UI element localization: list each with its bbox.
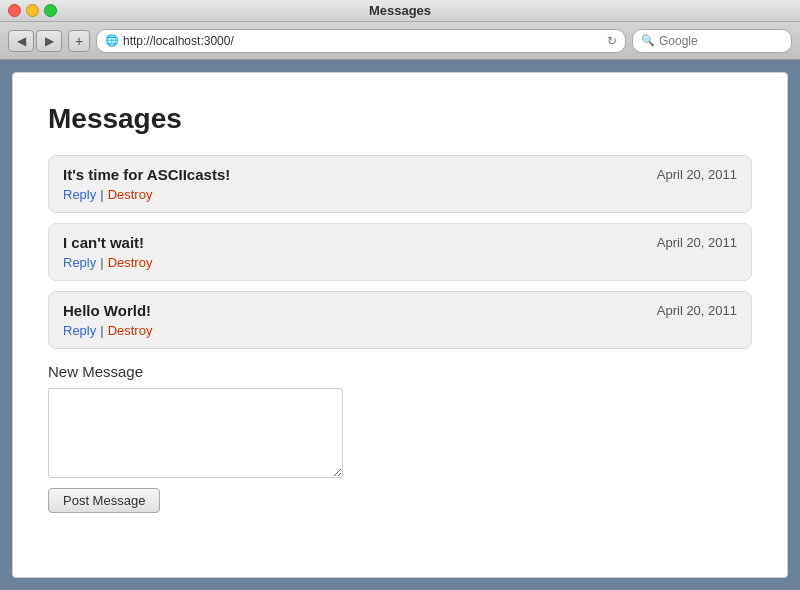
address-bar-container: 🌐 ↻ [96,29,626,53]
message-actions: Reply | Destroy [63,255,737,270]
forward-button[interactable]: ▶ [36,30,62,52]
destroy-link[interactable]: Destroy [108,323,153,338]
message-body: It's time for ASCIIcasts! [63,166,230,183]
action-separator: | [100,323,103,338]
close-button[interactable] [8,4,21,17]
message-actions: Reply | Destroy [63,187,737,202]
browser-toolbar: ◀ ▶ + 🌐 ↻ 🔍 [0,22,800,60]
forward-icon: ▶ [45,34,54,48]
message-item: I can't wait! April 20, 2011 Reply | Des… [48,223,752,281]
maximize-button[interactable] [44,4,57,17]
traffic-lights [8,4,57,17]
reply-link[interactable]: Reply [63,187,96,202]
destroy-link[interactable]: Destroy [108,255,153,270]
window-title: Messages [369,3,431,18]
message-date: April 20, 2011 [657,303,737,318]
message-item: It's time for ASCIIcasts! April 20, 2011… [48,155,752,213]
plus-icon: + [75,33,83,49]
message-body: Hello World! [63,302,151,319]
message-actions: Reply | Destroy [63,323,737,338]
new-tab-button[interactable]: + [68,30,90,52]
action-separator: | [100,255,103,270]
message-header: It's time for ASCIIcasts! April 20, 2011 [63,166,737,183]
title-bar: Messages [0,0,800,22]
back-icon: ◀ [17,34,26,48]
page-title: Messages [48,103,752,135]
message-date: April 20, 2011 [657,235,737,250]
search-icon: 🔍 [641,34,655,47]
reply-link[interactable]: Reply [63,255,96,270]
back-button[interactable]: ◀ [8,30,34,52]
search-bar-container: 🔍 [632,29,792,53]
destroy-link[interactable]: Destroy [108,187,153,202]
post-message-button[interactable]: Post Message [48,488,160,513]
refresh-button[interactable]: ↻ [607,34,617,48]
reply-link[interactable]: Reply [63,323,96,338]
new-message-textarea[interactable] [48,388,343,478]
globe-icon: 🌐 [105,34,119,47]
message-date: April 20, 2011 [657,167,737,182]
nav-buttons: ◀ ▶ [8,30,62,52]
address-input[interactable] [123,34,603,48]
new-message-label: New Message [48,363,752,380]
browser-content: Messages It's time for ASCIIcasts! April… [0,60,800,590]
search-input[interactable] [659,34,769,48]
action-separator: | [100,187,103,202]
page-container: Messages It's time for ASCIIcasts! April… [12,72,788,578]
message-item: Hello World! April 20, 2011 Reply | Dest… [48,291,752,349]
message-body: I can't wait! [63,234,144,251]
minimize-button[interactable] [26,4,39,17]
message-header: I can't wait! April 20, 2011 [63,234,737,251]
message-header: Hello World! April 20, 2011 [63,302,737,319]
